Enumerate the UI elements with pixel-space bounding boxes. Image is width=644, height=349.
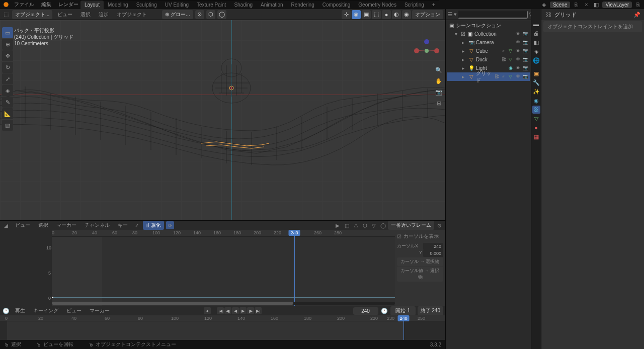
ge-menu-select[interactable]: 選択 xyxy=(35,221,51,230)
start-frame-field[interactable]: 開始 1 xyxy=(390,306,416,315)
ws-tab-uv[interactable]: UV Editing xyxy=(161,1,193,9)
tree-item-grid[interactable]: ▸ ▽ グリッド ⛓♂▽👁📷 xyxy=(447,72,530,81)
pivot-icon[interactable]: ⊙ xyxy=(195,10,204,19)
pin-icon[interactable]: ⎘ xyxy=(572,1,580,9)
cursor-to-sel-button[interactable]: カーソル → 選択物 xyxy=(397,257,443,266)
outliner-tree[interactable]: ▣ シーンコレクション ▾ ☑▣ Collection 👁📷 ▸ 📷 Camer… xyxy=(446,20,531,349)
ws-tab-texture[interactable]: Texture Paint xyxy=(193,1,230,9)
eye-icon[interactable]: 👁 xyxy=(516,31,522,37)
prev-key-button[interactable]: ◀| xyxy=(224,307,231,314)
vp-menu-select[interactable]: 選択 xyxy=(77,10,94,19)
tool-cursor[interactable]: ⊕ xyxy=(2,39,13,50)
delete-scene-icon[interactable]: × xyxy=(582,1,590,9)
render-icon[interactable]: 📷 xyxy=(523,57,529,63)
viewport-3d[interactable]: バック・平行投影 (240) Collection | グリッド 10 Cent… xyxy=(0,20,445,220)
eye-icon[interactable]: 👁 xyxy=(516,74,522,80)
prop-tab-material[interactable]: ● xyxy=(532,124,540,132)
prop-tab-data[interactable]: ▽ xyxy=(532,115,540,123)
ge-menu-view[interactable]: ビュー xyxy=(12,221,33,230)
graph-playhead[interactable] xyxy=(294,230,295,306)
ge-editor-type-icon[interactable]: ◢ xyxy=(2,221,10,229)
pan-icon[interactable]: ✋ xyxy=(434,76,443,85)
prop-tab-scene[interactable]: ◈ xyxy=(532,47,540,55)
cursor-val-to-sel-button[interactable]: カーソル値 → 選択物 xyxy=(397,267,443,282)
vp-menu-object[interactable]: オブジェクト xyxy=(114,10,150,19)
outliner-search[interactable] xyxy=(458,11,528,19)
eye-icon[interactable]: 👁 xyxy=(516,40,522,46)
tl-menu-keying[interactable]: キーイング xyxy=(30,306,61,315)
jump-end-button[interactable]: ▶| xyxy=(255,307,262,314)
outliner-type-icon[interactable]: ☰ xyxy=(448,11,453,19)
shading-material-icon[interactable]: ◐ xyxy=(392,10,401,19)
tool-select-box[interactable]: ▭ xyxy=(2,27,13,38)
tree-scene-collection[interactable]: ▣ シーンコレクション xyxy=(447,21,530,30)
play-button[interactable]: ▶ xyxy=(239,307,247,314)
nearest-frame-dropdown[interactable]: 一番近いフレーム xyxy=(388,221,434,230)
persp-icon[interactable]: ⊞ xyxy=(434,99,443,108)
current-frame-field[interactable]: 240 xyxy=(353,307,378,315)
autokey-button[interactable]: ● xyxy=(204,307,211,314)
ge-cursor-icon[interactable]: ▶ xyxy=(334,221,342,229)
scene-icon[interactable]: ◈ xyxy=(540,1,548,9)
tool-rotate[interactable]: ↻ xyxy=(2,62,13,73)
next-key-button[interactable]: |▶ xyxy=(247,307,254,314)
ge-menu-channel[interactable]: チャンネル xyxy=(82,221,113,230)
ge-scrollbar[interactable] xyxy=(52,302,395,305)
proportional-icon[interactable]: ◯ xyxy=(217,10,226,19)
zoom-icon[interactable]: 🔍 xyxy=(434,65,443,74)
tool-measure[interactable]: 📐 xyxy=(2,108,13,119)
prop-tab-texture[interactable]: ▦ xyxy=(532,133,540,141)
ge-prop-icon[interactable]: ◯ xyxy=(379,221,387,229)
preview-range-icon[interactable]: 🕐 xyxy=(380,307,388,315)
tree-item-duck[interactable]: ▸ ▽ Duck ⛓▽👁📷 xyxy=(447,55,530,64)
prop-tab-viewlayer[interactable]: ◧ xyxy=(532,38,540,46)
ws-tab-scripting[interactable]: Scripting xyxy=(400,1,428,9)
prop-tab-render[interactable]: ▬ xyxy=(532,20,540,28)
gizmo-toggle-icon[interactable]: ⊹ xyxy=(342,10,351,19)
blender-logo-icon[interactable] xyxy=(2,1,10,9)
scene-name-field[interactable]: Scene xyxy=(550,2,570,8)
add-constraint-button[interactable]: オブジェクトコンストレイントを追加 xyxy=(543,21,642,32)
render-icon[interactable]: 📷 xyxy=(523,31,529,37)
tool-add[interactable]: ▧ xyxy=(2,120,13,131)
snap-icon[interactable]: ⬡ xyxy=(206,10,215,19)
vp-menu-view[interactable]: ビュー xyxy=(54,10,75,19)
ge-menu-key[interactable]: キー xyxy=(115,221,131,230)
cursor-x-field[interactable]: 240 xyxy=(423,243,443,250)
new-viewlayer-icon[interactable]: ⎘ xyxy=(634,1,642,9)
vp-menu-add[interactable]: 追加 xyxy=(96,10,112,19)
ws-tab-sculpting[interactable]: Sculpting xyxy=(132,1,161,9)
tool-annotate[interactable]: ✎ xyxy=(2,97,13,108)
jump-start-button[interactable]: |◀ xyxy=(217,307,224,314)
tree-item-cube[interactable]: ▸ ▽ Cube ♂▽👁📷 xyxy=(447,47,530,55)
cursor-show-checkbox[interactable]: ☑ xyxy=(397,234,401,239)
render-icon[interactable]: 📷 xyxy=(523,40,529,46)
render-icon[interactable]: 📷 xyxy=(523,74,529,80)
graph-channel-list[interactable]: 10 5 0 xyxy=(0,230,52,306)
mode-dropdown[interactable]: オブジェクト... xyxy=(12,10,52,19)
menu-edit[interactable]: 編集 xyxy=(38,0,54,9)
menu-file[interactable]: ファイル xyxy=(11,0,37,9)
tree-collection[interactable]: ▾ ☑▣ Collection 👁📷 xyxy=(447,30,530,38)
ge-filter-icon[interactable]: ▽ xyxy=(370,221,378,229)
ws-tab-layout[interactable]: Layout xyxy=(80,1,104,9)
nav-gizmo[interactable] xyxy=(414,38,439,63)
viewlayer-field[interactable]: ViewLayer xyxy=(602,2,632,8)
camera-icon[interactable]: 📷 xyxy=(434,88,443,97)
tl-menu-view[interactable]: ビュー xyxy=(63,306,85,315)
ge-snap-icon[interactable]: ⬡ xyxy=(361,221,369,229)
ws-tab-animation[interactable]: Animation xyxy=(257,1,287,9)
prop-tab-modifier[interactable]: 🔧 xyxy=(532,78,540,86)
timeline-canvas[interactable]: 0 20 40 60 80 100 120 140 160 180 200 22… xyxy=(0,315,445,340)
graph-ruler[interactable]: 0 20 40 60 80 100 120 140 160 180 200 22… xyxy=(52,230,395,237)
eye-icon[interactable]: 👁 xyxy=(516,65,522,71)
editor-type-icon[interactable]: ⬚ xyxy=(2,11,10,19)
ge-ghost-icon[interactable]: ◫ xyxy=(343,221,351,229)
ge-warn-icon[interactable]: ⚠ xyxy=(352,221,360,229)
end-frame-field[interactable]: 終了 240 xyxy=(418,306,443,315)
prop-tab-world[interactable]: 🌐 xyxy=(532,56,540,64)
outliner-display-icon[interactable]: ▾ xyxy=(454,11,457,19)
timeline-playhead[interactable] xyxy=(404,315,404,340)
tl-editor-type-icon[interactable]: 🕐 xyxy=(2,307,10,315)
tool-scale[interactable]: ⤢ xyxy=(2,73,13,84)
